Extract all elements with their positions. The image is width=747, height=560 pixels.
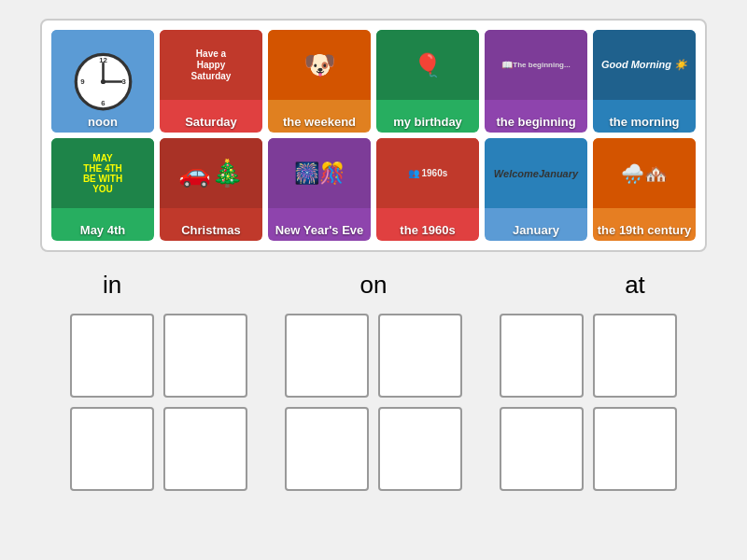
- card-may4th[interactable]: MAYTHE 4THBE WITHYOU May 4th: [51, 138, 154, 241]
- dropzone-at-2[interactable]: [593, 314, 677, 398]
- card-beginning-label: the beginning: [485, 111, 587, 133]
- card-noon-label: noon: [51, 111, 154, 133]
- card-19th[interactable]: 🌧️🏘️ the 19th century: [593, 138, 696, 241]
- svg-text:12: 12: [99, 55, 107, 63]
- card-weekend[interactable]: 🐶 the weekend: [268, 30, 371, 133]
- card-morning[interactable]: Good Morning ☀️ the morning: [593, 30, 696, 133]
- dropzone-in-4[interactable]: [163, 407, 247, 491]
- card-newyears[interactable]: 🎆🎊 New Year's Eve: [268, 138, 371, 241]
- card-january[interactable]: WelcomeJanuary January: [485, 138, 587, 241]
- dropzone-on-1[interactable]: [285, 314, 369, 398]
- card-christmas-label: Christmas: [160, 219, 262, 241]
- card-noon[interactable]: 12 3 6 9 noon: [51, 30, 154, 133]
- card-1960s[interactable]: 👥 1960s the 1960s: [376, 138, 479, 241]
- svg-point-7: [100, 78, 105, 83]
- card-may4th-label: May 4th: [51, 219, 154, 241]
- card-newyears-label: New Year's Eve: [268, 219, 371, 241]
- svg-text:3: 3: [121, 77, 126, 86]
- card-19th-label: the 19th century: [593, 219, 696, 241]
- card-saturday[interactable]: Have aHappySaturday Saturday: [160, 30, 262, 133]
- dropzone-at-4[interactable]: [593, 407, 677, 491]
- dropzone-column-in: [70, 314, 247, 491]
- card-beginning[interactable]: 📖The beginning... the beginning: [485, 30, 587, 133]
- svg-text:9: 9: [80, 77, 85, 86]
- dropzone-in-2[interactable]: [163, 314, 247, 398]
- card-weekend-label: the weekend: [268, 111, 371, 133]
- dropzone-column-at: [500, 314, 677, 491]
- dropzone-at-1[interactable]: [500, 314, 584, 398]
- card-saturday-label: Saturday: [160, 111, 262, 133]
- card-january-label: January: [485, 219, 587, 241]
- card-1960s-label: the 1960s: [376, 219, 479, 241]
- card-birthday-label: my birthday: [376, 111, 479, 133]
- card-birthday[interactable]: 🎈 my birthday: [376, 30, 479, 133]
- preposition-at: at: [542, 271, 728, 300]
- card-morning-label: the morning: [593, 111, 696, 133]
- preposition-on: on: [280, 271, 467, 300]
- card-christmas[interactable]: 🚗🎄 Christmas: [160, 138, 262, 241]
- dropzone-on-4[interactable]: [378, 407, 462, 491]
- svg-text:6: 6: [101, 99, 106, 107]
- dropzone-on-2[interactable]: [378, 314, 462, 398]
- dropzone-in-1[interactable]: [70, 314, 154, 398]
- dropzones-section: [70, 314, 677, 491]
- preposition-section: in on at: [19, 271, 728, 300]
- dropzone-column-on: [285, 314, 462, 491]
- preposition-in: in: [19, 271, 205, 300]
- dropzone-on-3[interactable]: [285, 407, 369, 491]
- card-container: 12 3 6 9 noon Have aHappySaturday Saturd…: [40, 19, 707, 252]
- dropzone-in-3[interactable]: [70, 407, 154, 491]
- dropzone-at-3[interactable]: [500, 407, 584, 491]
